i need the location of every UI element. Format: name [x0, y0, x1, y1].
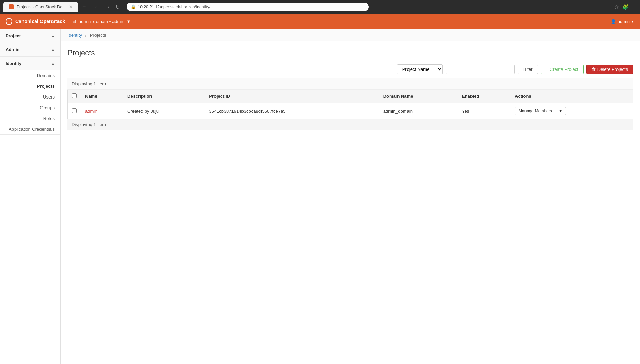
- th-name: Name: [81, 90, 123, 103]
- sidebar-item-users[interactable]: Users: [0, 92, 60, 102]
- delete-icon: 🗑: [592, 67, 596, 72]
- sidebar: Project ▲ Admin ▲ Identity ▲ Domains Pro…: [0, 29, 61, 364]
- th-name-label: Name: [85, 94, 97, 99]
- th-description-label: Description: [127, 94, 152, 99]
- reload-button[interactable]: ↻: [114, 3, 121, 11]
- app-logo: Canonical OpenStack: [6, 18, 65, 25]
- browser-tab[interactable]: Projects - OpenStack Da... ✕: [3, 2, 78, 12]
- tab-close-button[interactable]: ✕: [68, 4, 73, 10]
- sidebar-users-label: Users: [43, 94, 55, 100]
- project-name-link[interactable]: admin: [85, 109, 97, 114]
- sidebar-admin-caret: ▲: [51, 48, 55, 52]
- delete-projects-label: Delete Projects: [597, 67, 628, 72]
- security-icon: 🔒: [131, 4, 136, 9]
- url-text: 10.20.21.12/openstack-horizon/identity/: [138, 4, 210, 9]
- th-project-id: Project ID: [205, 90, 379, 103]
- display-count-bottom: Displaying 1 item: [67, 119, 633, 130]
- row-checkbox[interactable]: [72, 108, 77, 113]
- th-actions-label: Actions: [515, 94, 531, 99]
- projects-table: Name Description Project ID Domain Name: [67, 90, 633, 119]
- create-project-label: Create Project: [550, 67, 578, 72]
- delete-projects-button[interactable]: 🗑 Delete Projects: [586, 65, 633, 74]
- sidebar-project-label: Project: [6, 33, 21, 38]
- sidebar-project-caret: ▲: [51, 34, 55, 38]
- app-header: Canonical OpenStack 🖥 admin_domain • adm…: [0, 14, 640, 29]
- tab-favicon: [9, 4, 14, 9]
- th-enabled-label: Enabled: [462, 94, 479, 99]
- header-domain[interactable]: 🖥 admin_domain • admin ▼: [72, 19, 131, 24]
- toolbar: Project Name = Filter Create Project 🗑 D…: [67, 64, 633, 74]
- th-domain-name: Domain Name: [379, 90, 458, 103]
- sidebar-app-creds-label: Application Credentials: [9, 127, 55, 132]
- th-actions: Actions: [511, 90, 633, 103]
- td-description: Created by Juju: [123, 103, 205, 119]
- sidebar-admin-label: Admin: [6, 47, 19, 52]
- filter-input[interactable]: [446, 65, 515, 74]
- domain-caret-icon: ▼: [126, 19, 131, 24]
- th-checkbox: [68, 90, 81, 103]
- breadcrumb-separator: /: [85, 32, 87, 38]
- sidebar-section-project-header[interactable]: Project ▲: [0, 29, 60, 43]
- sidebar-section-admin: Admin ▲: [0, 43, 60, 57]
- td-enabled: Yes: [458, 103, 511, 119]
- bookmark-icon[interactable]: ☆: [614, 4, 619, 10]
- sidebar-identity-caret: ▲: [51, 62, 55, 65]
- browser-controls: ☆ 🧩 ⋮: [614, 4, 637, 10]
- sidebar-section-admin-header[interactable]: Admin ▲: [0, 43, 60, 56]
- sidebar-item-groups[interactable]: Groups: [0, 102, 60, 113]
- breadcrumb: Identity / Projects: [61, 29, 640, 41]
- td-name: admin: [81, 103, 123, 119]
- th-domain-name-label: Domain Name: [383, 94, 413, 99]
- breadcrumb-projects: Projects: [90, 32, 106, 38]
- sidebar-projects-label: Projects: [37, 84, 55, 89]
- td-actions: Manage Members ▼: [511, 103, 633, 119]
- user-icon: 👤: [611, 19, 616, 24]
- logo-icon: [6, 18, 12, 25]
- domain-label: admin_domain • admin: [79, 19, 124, 24]
- breadcrumb-identity[interactable]: Identity: [67, 32, 82, 38]
- td-project-id: 3641cb3871914b3cbca8df5507fce7a5: [205, 103, 379, 119]
- domain-icon: 🖥: [72, 19, 76, 24]
- sidebar-item-domains[interactable]: Domains: [0, 70, 60, 81]
- td-checkbox: [68, 103, 81, 119]
- filter-button[interactable]: Filter: [518, 65, 538, 74]
- menu-icon[interactable]: ⋮: [632, 4, 637, 10]
- display-count-top: Displaying 1 item: [67, 78, 633, 90]
- table-header-row: Name Description Project ID Domain Name: [68, 90, 633, 103]
- sidebar-identity-label: Identity: [6, 61, 21, 66]
- create-project-button[interactable]: Create Project: [541, 65, 584, 74]
- filter-select[interactable]: Project Name =: [397, 64, 443, 74]
- th-project-id-label: Project ID: [209, 94, 230, 99]
- new-tab-button[interactable]: +: [81, 3, 88, 11]
- sidebar-section-identity: Identity ▲ Domains Projects Users Groups…: [0, 57, 60, 135]
- sidebar-groups-label: Groups: [40, 105, 55, 110]
- extensions-icon[interactable]: 🧩: [622, 4, 628, 10]
- action-dropdown-button[interactable]: ▼: [556, 107, 566, 115]
- table-row: admin Created by Juju 3641cb3871914b3cbc…: [68, 103, 633, 119]
- user-caret-icon: ▼: [631, 20, 634, 24]
- browser-nav: ← → ↻: [90, 3, 124, 11]
- address-bar[interactable]: 🔒 10.20.21.12/openstack-horizon/identity…: [127, 3, 369, 11]
- user-label: admin: [618, 19, 630, 24]
- manage-members-button[interactable]: Manage Members: [515, 107, 556, 115]
- sidebar-item-application-credentials[interactable]: Application Credentials: [0, 124, 60, 134]
- tab-title: Projects - OpenStack Da...: [17, 4, 66, 9]
- sidebar-section-identity-header[interactable]: Identity ▲: [0, 57, 60, 70]
- sidebar-item-projects[interactable]: Projects: [0, 81, 60, 92]
- action-button-group: Manage Members ▼: [515, 107, 629, 115]
- main-content: Identity / Projects Projects Project Nam…: [61, 29, 640, 364]
- th-description: Description: [123, 90, 205, 103]
- sidebar-roles-label: Roles: [43, 116, 55, 121]
- forward-button[interactable]: →: [103, 3, 112, 11]
- logo-text: Canonical OpenStack: [15, 19, 65, 24]
- header-user[interactable]: 👤 admin ▼: [611, 19, 634, 24]
- back-button[interactable]: ←: [93, 3, 101, 11]
- select-all-checkbox[interactable]: [72, 93, 77, 98]
- page-content: Projects Project Name = Filter Create Pr…: [61, 41, 640, 137]
- th-enabled: Enabled: [458, 90, 511, 103]
- app-body: Project ▲ Admin ▲ Identity ▲ Domains Pro…: [0, 29, 640, 364]
- sidebar-item-roles[interactable]: Roles: [0, 113, 60, 124]
- sidebar-domains-label: Domains: [37, 73, 55, 78]
- page-title: Projects: [67, 48, 633, 57]
- td-domain-name: admin_domain: [379, 103, 458, 119]
